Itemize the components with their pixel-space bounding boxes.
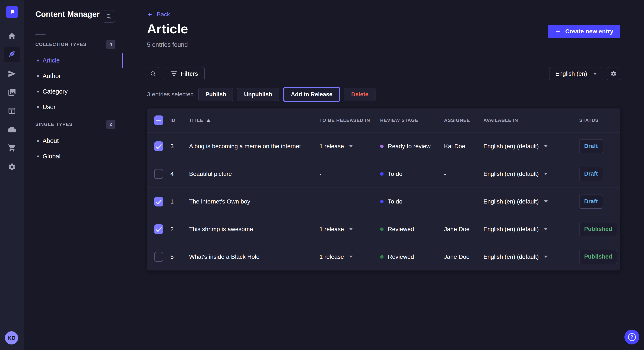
sidebar-item-article[interactable]: Article — [37, 53, 118, 68]
collection-types-count-badge: 4 — [106, 40, 116, 49]
cell-assignee: - — [444, 198, 484, 205]
table-row[interactable]: 2 This shrimp is awesome 1 release Revie… — [147, 215, 620, 243]
single-types-list: About Global — [37, 133, 118, 164]
row-checkbox[interactable] — [154, 169, 163, 179]
cell-locale-dropdown[interactable]: English (en) (default) — [484, 253, 575, 260]
releases-send-icon[interactable] — [4, 66, 20, 81]
add-to-release-button[interactable]: Add to Release — [283, 87, 340, 102]
content-manager-subnav: Content Manager COLLECTION TYPES 4 Artic… — [24, 0, 123, 350]
cell-id: 4 — [170, 171, 189, 177]
home-icon[interactable] — [4, 29, 20, 44]
cloud-deploy-icon[interactable] — [4, 122, 20, 137]
sidebar-item-author[interactable]: Author — [37, 68, 118, 84]
column-header-release: TO BE RELEASED IN — [320, 118, 380, 123]
media-library-icon[interactable] — [4, 85, 20, 100]
cell-locale-dropdown[interactable]: English (en) (default) — [484, 143, 575, 150]
cell-review-stage: To do — [380, 171, 444, 177]
table-row[interactable]: 5 What's inside a Black Hole 1 release R… — [147, 243, 620, 270]
subnav-search-button[interactable] — [103, 10, 115, 22]
chevron-down-icon — [544, 200, 548, 203]
cell-release-dropdown: - — [320, 171, 380, 177]
cell-title: Beautiful picture — [189, 171, 320, 177]
locale-select[interactable]: English (en) — [549, 67, 603, 80]
stage-dot-icon — [380, 145, 384, 148]
table-row[interactable]: 3 A bug is becoming a meme on the intern… — [147, 132, 620, 160]
filters-button[interactable]: Filters — [164, 67, 205, 80]
table-row[interactable]: 1 The internet's Own boy - To do - Engli… — [147, 187, 620, 215]
unpublish-button[interactable]: Unpublish — [237, 88, 279, 101]
user-avatar[interactable]: KD — [5, 331, 18, 345]
sidebar-item-category[interactable]: Category — [37, 84, 118, 99]
delete-button[interactable]: Delete — [344, 88, 376, 101]
cell-release-dropdown[interactable]: 1 release — [320, 253, 380, 260]
cell-title: What's inside a Black Hole — [189, 253, 320, 260]
stage-dot-icon — [380, 172, 384, 176]
cell-locale-dropdown[interactable]: English (en) (default) — [484, 171, 575, 177]
chevron-down-icon — [349, 145, 353, 147]
row-checkbox[interactable] — [154, 252, 163, 262]
single-types-label: SINGLE TYPES — [35, 122, 72, 127]
cell-review-stage: To do — [380, 198, 444, 205]
column-header-review-stage: REVIEW STAGE — [380, 118, 444, 123]
back-link[interactable]: Back — [147, 11, 170, 18]
bullet-icon — [37, 156, 39, 157]
cell-release-dropdown[interactable]: 1 release — [320, 143, 380, 150]
settings-gear-icon[interactable] — [4, 160, 20, 174]
help-button[interactable]: ? — [624, 330, 639, 345]
sidebar-item-about[interactable]: About — [37, 133, 118, 149]
active-item-indicator — [122, 53, 123, 68]
table-header-row: ID TITLE TO BE RELEASED IN REVIEW STAGE … — [147, 108, 620, 132]
sidebar-item-global[interactable]: Global — [37, 149, 118, 164]
column-header-title[interactable]: TITLE — [189, 118, 320, 123]
cell-locale-dropdown[interactable]: English (en) (default) — [484, 226, 575, 233]
status-badge: Draft — [579, 139, 603, 153]
chevron-down-icon — [349, 256, 353, 258]
single-types-count-badge: 2 — [106, 120, 116, 129]
content-manager-feather-icon[interactable] — [4, 47, 20, 62]
row-checkbox[interactable] — [154, 141, 163, 151]
chevron-down-icon — [349, 228, 353, 230]
row-checkbox[interactable] — [154, 197, 163, 206]
cell-title: A bug is becoming a meme on the internet — [189, 143, 320, 150]
row-checkbox[interactable] — [154, 224, 163, 234]
chevron-down-icon — [593, 73, 597, 75]
entries-table: ID TITLE TO BE RELEASED IN REVIEW STAGE … — [147, 108, 620, 270]
select-all-checkbox[interactable] — [154, 116, 163, 125]
cell-locale-dropdown[interactable]: English (en) (default) — [484, 198, 575, 205]
stage-dot-icon — [380, 255, 384, 259]
cell-release-dropdown[interactable]: 1 release — [320, 226, 380, 233]
app-root: KD Content Manager COLLECTION TYPES 4 Ar… — [0, 0, 644, 350]
rail-divider-bottom — [0, 326, 24, 326]
plus-icon — [554, 28, 561, 35]
cell-id: 5 — [170, 253, 189, 260]
column-header-status: STATUS — [575, 118, 620, 123]
selection-count: 3 entries selected — [147, 91, 194, 98]
selection-bar: 3 entries selected Publish Unpublish Add… — [147, 87, 376, 102]
column-header-assignee: ASSIGNEE — [444, 118, 484, 123]
marketplace-cart-icon[interactable] — [4, 141, 20, 156]
list-settings-button[interactable] — [607, 67, 620, 80]
cell-title: This shrimp is awesome — [189, 226, 320, 233]
arrow-left-icon — [147, 11, 153, 18]
sidebar-item-user[interactable]: User — [37, 99, 118, 115]
question-mark-icon: ? — [628, 333, 636, 341]
strapi-logo[interactable] — [6, 6, 18, 18]
column-header-id[interactable]: ID — [170, 118, 189, 123]
bullet-icon — [37, 106, 39, 108]
cell-assignee: Kai Doe — [444, 143, 484, 150]
content-type-builder-icon[interactable] — [4, 103, 20, 118]
search-icon — [150, 71, 156, 77]
rail-divider-top — [0, 24, 24, 24]
gear-icon — [610, 71, 617, 77]
table-search-button[interactable] — [147, 67, 159, 80]
strapi-mark-icon — [8, 8, 16, 15]
publish-button[interactable]: Publish — [198, 88, 233, 101]
table-row[interactable]: 4 Beautiful picture - To do - English (e… — [147, 160, 620, 187]
sort-ascending-icon — [206, 119, 210, 122]
create-new-entry-button[interactable]: Create new entry — [548, 25, 620, 38]
cell-title: The internet's Own boy — [189, 198, 320, 205]
stage-dot-icon — [380, 227, 384, 231]
filter-icon — [170, 71, 177, 76]
cell-assignee: - — [444, 171, 484, 177]
chevron-down-icon — [544, 228, 548, 230]
